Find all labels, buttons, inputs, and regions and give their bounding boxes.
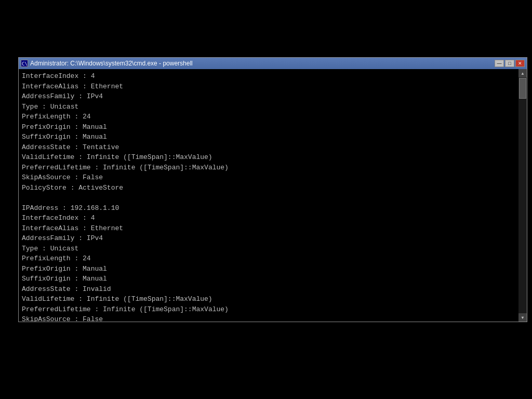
minimize-button[interactable]: — [495, 60, 504, 67]
scroll-track[interactable] [518, 77, 527, 313]
svg-text:C\: C\ [22, 61, 28, 66]
cmd-icon: C\ [21, 60, 28, 67]
scroll-up-arrow[interactable]: ▲ [518, 69, 527, 77]
window-controls: — □ ✕ [495, 60, 525, 67]
console-area: InterfaceIndex : 4 InterfaceAlias : Ethe… [19, 69, 527, 322]
scrollbar[interactable]: ▲ ▼ [518, 69, 527, 322]
close-button[interactable]: ✕ [515, 60, 525, 67]
cmd-window: C\ Administrator: C:\Windows\system32\cm… [18, 57, 527, 322]
title-bar: C\ Administrator: C:\Windows\system32\cm… [19, 58, 527, 69]
title-bar-left: C\ Administrator: C:\Windows\system32\cm… [21, 60, 193, 67]
console-output[interactable]: InterfaceIndex : 4 InterfaceAlias : Ethe… [19, 69, 518, 322]
scroll-thumb[interactable] [519, 78, 526, 99]
maximize-button[interactable]: □ [505, 60, 514, 67]
scroll-down-arrow[interactable]: ▼ [518, 313, 527, 322]
window-title: Administrator: C:\Windows\system32\cmd.e… [30, 60, 193, 67]
desktop: C\ Administrator: C:\Windows\system32\cm… [0, 0, 532, 399]
